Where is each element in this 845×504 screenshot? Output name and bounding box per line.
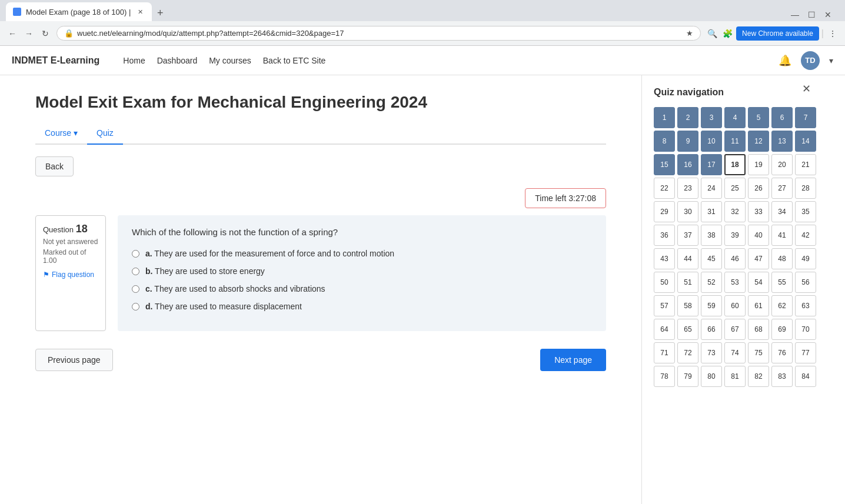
- quiz-nav-num-66[interactable]: 66: [701, 319, 722, 340]
- quiz-nav-num-41[interactable]: 41: [771, 225, 793, 246]
- radio-c[interactable]: [132, 285, 139, 293]
- quiz-nav-num-35[interactable]: 35: [795, 201, 816, 222]
- quiz-nav-num-45[interactable]: 45: [701, 248, 722, 269]
- breadcrumb-course[interactable]: Course ▾: [35, 124, 87, 143]
- quiz-nav-num-46[interactable]: 46: [724, 248, 746, 269]
- quiz-nav-num-42[interactable]: 42: [795, 225, 816, 246]
- quiz-nav-num-44[interactable]: 44: [677, 248, 698, 269]
- quiz-nav-num-36[interactable]: 36: [654, 225, 675, 246]
- quiz-nav-num-49[interactable]: 49: [795, 248, 816, 269]
- quiz-nav-num-25[interactable]: 25: [724, 178, 746, 199]
- quiz-nav-num-8[interactable]: 8: [654, 131, 675, 152]
- quiz-nav-num-7[interactable]: 7: [795, 107, 816, 128]
- quiz-nav-num-72[interactable]: 72: [677, 342, 698, 363]
- menu-icon[interactable]: ⋮: [826, 27, 839, 40]
- back-button[interactable]: Back: [35, 156, 74, 176]
- quiz-nav-num-56[interactable]: 56: [795, 272, 816, 293]
- quiz-nav-num-14[interactable]: 14: [795, 131, 816, 152]
- new-tab-button[interactable]: +: [152, 5, 168, 21]
- maximize-button[interactable]: ☐: [805, 8, 818, 21]
- quiz-nav-num-1[interactable]: 1: [654, 107, 675, 128]
- quiz-nav-num-68[interactable]: 68: [748, 319, 769, 340]
- quiz-nav-num-47[interactable]: 47: [748, 248, 769, 269]
- radio-b[interactable]: [132, 268, 139, 275]
- nav-back-to-etc[interactable]: Back to ETC Site: [263, 56, 326, 65]
- tab-close-button[interactable]: ✕: [135, 7, 145, 16]
- close-panel-button[interactable]: ✕: [802, 82, 811, 95]
- quiz-nav-num-43[interactable]: 43: [654, 248, 675, 269]
- quiz-nav-num-27[interactable]: 27: [771, 178, 793, 199]
- quiz-nav-num-73[interactable]: 73: [701, 342, 722, 363]
- quiz-nav-num-9[interactable]: 9: [677, 131, 698, 152]
- radio-a[interactable]: [132, 250, 139, 258]
- quiz-nav-num-77[interactable]: 77: [795, 342, 816, 363]
- option-b-label[interactable]: b. They are used to store energy: [145, 266, 265, 276]
- quiz-nav-num-75[interactable]: 75: [748, 342, 769, 363]
- quiz-nav-num-50[interactable]: 50: [654, 272, 675, 293]
- quiz-nav-num-38[interactable]: 38: [701, 225, 722, 246]
- quiz-nav-num-37[interactable]: 37: [677, 225, 698, 246]
- quiz-nav-num-22[interactable]: 22: [654, 178, 675, 199]
- quiz-nav-num-4[interactable]: 4: [724, 107, 746, 128]
- quiz-nav-num-30[interactable]: 30: [677, 201, 698, 222]
- close-window-button[interactable]: ✕: [821, 8, 834, 21]
- quiz-nav-num-81[interactable]: 81: [724, 366, 746, 387]
- quiz-nav-num-6[interactable]: 6: [771, 107, 793, 128]
- back-nav-button[interactable]: ←: [6, 27, 19, 40]
- quiz-nav-num-15[interactable]: 15: [654, 154, 675, 175]
- quiz-nav-num-17[interactable]: 17: [701, 154, 722, 175]
- quiz-nav-num-23[interactable]: 23: [677, 178, 698, 199]
- quiz-nav-num-84[interactable]: 84: [795, 366, 816, 387]
- quiz-nav-num-62[interactable]: 62: [771, 295, 793, 316]
- flag-question-link[interactable]: ⚑ Flag question: [43, 271, 98, 279]
- quiz-nav-num-29[interactable]: 29: [654, 201, 675, 222]
- quiz-nav-num-16[interactable]: 16: [677, 154, 698, 175]
- quiz-nav-num-67[interactable]: 67: [724, 319, 746, 340]
- quiz-nav-num-5[interactable]: 5: [748, 107, 769, 128]
- quiz-nav-num-74[interactable]: 74: [724, 342, 746, 363]
- quiz-nav-num-2[interactable]: 2: [677, 107, 698, 128]
- quiz-nav-num-70[interactable]: 70: [795, 319, 816, 340]
- quiz-nav-num-55[interactable]: 55: [771, 272, 793, 293]
- quiz-nav-num-63[interactable]: 63: [795, 295, 816, 316]
- forward-nav-button[interactable]: →: [22, 27, 35, 40]
- quiz-nav-num-28[interactable]: 28: [795, 178, 816, 199]
- quiz-nav-num-33[interactable]: 33: [748, 201, 769, 222]
- quiz-nav-num-21[interactable]: 21: [795, 154, 816, 175]
- quiz-nav-num-76[interactable]: 76: [771, 342, 793, 363]
- minimize-button[interactable]: —: [789, 8, 801, 21]
- quiz-nav-num-59[interactable]: 59: [701, 295, 722, 316]
- quiz-nav-num-19[interactable]: 19: [748, 154, 769, 175]
- quiz-nav-num-65[interactable]: 65: [677, 319, 698, 340]
- notification-bell-icon[interactable]: 🔔: [779, 54, 791, 67]
- quiz-nav-num-57[interactable]: 57: [654, 295, 675, 316]
- avatar[interactable]: TD: [801, 51, 820, 70]
- quiz-nav-num-20[interactable]: 20: [771, 154, 793, 175]
- new-chrome-button[interactable]: New Chrome available: [736, 26, 819, 41]
- quiz-nav-num-18[interactable]: 18: [724, 154, 746, 175]
- tab-quiz[interactable]: Quiz: [87, 124, 123, 145]
- quiz-nav-num-80[interactable]: 80: [701, 366, 722, 387]
- previous-page-button[interactable]: Previous page: [35, 349, 113, 371]
- quiz-nav-num-34[interactable]: 34: [771, 201, 793, 222]
- quiz-nav-num-82[interactable]: 82: [748, 366, 769, 387]
- quiz-nav-num-78[interactable]: 78: [654, 366, 675, 387]
- quiz-nav-num-61[interactable]: 61: [748, 295, 769, 316]
- quiz-nav-num-79[interactable]: 79: [677, 366, 698, 387]
- quiz-nav-num-39[interactable]: 39: [724, 225, 746, 246]
- quiz-nav-num-13[interactable]: 13: [771, 131, 793, 152]
- radio-d[interactable]: [132, 303, 139, 311]
- quiz-nav-num-58[interactable]: 58: [677, 295, 698, 316]
- quiz-nav-num-40[interactable]: 40: [748, 225, 769, 246]
- quiz-nav-num-3[interactable]: 3: [701, 107, 722, 128]
- quiz-nav-num-71[interactable]: 71: [654, 342, 675, 363]
- quiz-nav-num-60[interactable]: 60: [724, 295, 746, 316]
- quiz-nav-num-52[interactable]: 52: [701, 272, 722, 293]
- quiz-nav-num-10[interactable]: 10: [701, 131, 722, 152]
- option-c-label[interactable]: c. They are used to absorb shocks and vi…: [145, 284, 325, 293]
- address-bar[interactable]: 🔒 wuetc.net/elearning/mod/quiz/attempt.p…: [56, 26, 701, 41]
- quiz-nav-num-11[interactable]: 11: [724, 131, 746, 152]
- quiz-nav-num-26[interactable]: 26: [748, 178, 769, 199]
- option-d-label[interactable]: d. They are used to measure displacement: [145, 302, 302, 311]
- nav-my-courses[interactable]: My courses: [209, 56, 251, 65]
